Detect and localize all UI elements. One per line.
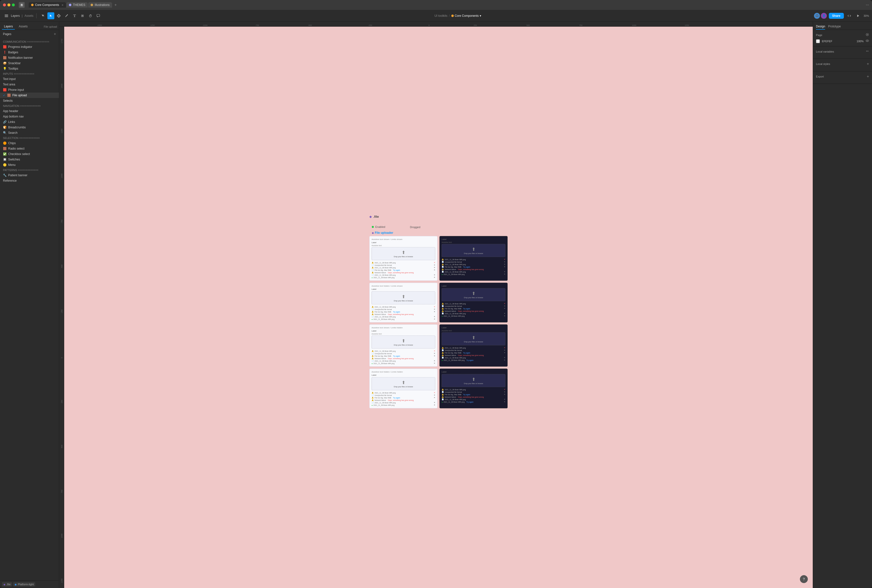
close-button[interactable] [3,3,6,6]
f5d3[interactable]: ✕ [434,360,435,362]
local-variables-icon[interactable] [866,50,869,54]
drop-zone-4-dark[interactable]: ⬆ Drop your files or browse [442,288,505,301]
f8d1[interactable]: ✕ [504,391,505,393]
try-again-4[interactable]: Try again [463,308,470,309]
tab-themes[interactable]: THEMES [66,2,88,8]
file-d-delete-2[interactable]: ✕ [504,263,505,266]
f7d1[interactable]: ✕ [434,394,435,396]
page-item-reference[interactable]: Reference [0,178,59,183]
layers-tab-button[interactable] [3,12,10,19]
page-item-chips[interactable]: 🟠 Chips [0,141,59,146]
move-tool-button[interactable] [39,12,47,19]
assets-label[interactable]: Assets [24,14,33,18]
file-delete-4[interactable]: ✕ [434,274,435,276]
code-view-button[interactable] [846,12,853,19]
drop-zone-7[interactable]: ⬆ Drop your files or browse [372,377,435,390]
more-options-icon[interactable]: ··· [866,3,869,7]
zoom-label[interactable]: 30% [864,14,869,17]
try-again-3[interactable]: Try again [393,311,400,313]
bottom-tab-file[interactable]: ◆ .file [2,582,12,586]
try-again-5[interactable]: Try again [393,355,400,357]
page-item-snackbar[interactable]: 🥪 Snackbar [0,60,59,66]
file-d-delete-4[interactable]: ✕ [504,271,505,273]
text-tool-button[interactable] [71,12,78,19]
add-tab-button[interactable]: + [113,2,119,8]
f4d2[interactable]: ✕ [504,308,505,309]
minimize-button[interactable] [8,3,11,6]
f5d4[interactable]: ✕ [434,362,435,364]
play-button[interactable] [855,12,861,19]
f7d2[interactable]: ✕ [434,397,435,399]
try-again-1[interactable]: Try again [393,269,400,271]
share-button[interactable]: Share [829,13,844,19]
file-delete-1[interactable]: ✕ [434,264,435,266]
f4d3[interactable]: ✕ [504,312,505,315]
pen-tool-button[interactable] [63,12,70,19]
component-tool-button[interactable] [79,12,86,19]
layers-label[interactable]: Layers [11,14,20,18]
page-settings-icon[interactable] [866,33,869,37]
help-button[interactable]: ? [800,575,808,583]
add-local-style-button[interactable]: + [867,62,869,66]
page-item-links[interactable]: 🔗 Links [0,119,59,124]
drop-zone-1[interactable]: ⬆ Drop your files or browse [372,247,435,260]
assets-tab[interactable]: Assets [17,24,30,30]
comment-tool-button[interactable] [95,12,102,19]
f6d1[interactable]: ✕ [504,349,505,351]
f5d1[interactable]: ✕ [434,352,435,354]
tab-core-components[interactable]: Core Components ✕ [29,2,66,8]
breadcrumb-part1[interactable]: UI toolkits [435,14,447,18]
page-item-text-input[interactable]: Text input [0,76,59,82]
page-item-app-header[interactable]: App header [0,108,59,114]
file-upload-link[interactable]: File upload [44,25,57,28]
page-item-file-upload[interactable]: ✓ 🟫 File upload [0,93,59,98]
f4d1[interactable]: ✕ [504,305,505,307]
f3d3[interactable]: ✕ [434,316,435,318]
f8d4[interactable]: ✕ [504,401,505,403]
try-again-8[interactable]: Try again [463,394,470,396]
frame-tool-button[interactable] [55,12,62,19]
page-item-tooltips[interactable]: 💡 Tooltips [0,66,59,71]
page-item-menu[interactable]: 🟡 Menu [0,162,59,168]
hand-tool-button[interactable] [87,12,94,19]
try-again-7[interactable]: Try again [393,397,400,399]
select-tool-button[interactable] [47,12,54,19]
file-delete-5[interactable]: ✕ [434,276,435,279]
file-d-delete-5[interactable]: ✕ [504,273,505,275]
drop-zone-5[interactable]: ⬆ Drop your files or browse [372,336,435,348]
page-item-patient-banner[interactable]: 🔧 Patient banner [0,172,59,178]
page-item-text-area[interactable]: Text area [0,82,59,87]
layers-tab[interactable]: Layers [2,24,15,30]
page-visibility-icon[interactable] [866,39,869,43]
page-item-radio-select[interactable]: 🟫 Radio select [0,146,59,152]
page-item-phone-input[interactable]: 🟥 Phone input [0,87,59,93]
try-again-d-1[interactable]: Try again [463,266,470,268]
drop-zone-8-dark[interactable]: ⬆ Drop your files or browse [442,374,505,387]
page-item-selects[interactable]: Selects [0,98,59,104]
page-item-app-bottom-nav[interactable]: App bottom nav [0,114,59,119]
f8d2[interactable]: ✕ [504,393,505,396]
drop-zone-3[interactable]: ⬆ Drop your files or browse [372,291,435,304]
design-tab[interactable]: Design [816,24,825,30]
f3d4[interactable]: ✕ [434,318,435,320]
page-item-switches[interactable]: 🔲 Switches [0,157,59,162]
f7d4[interactable]: ✕ [434,404,435,406]
add-page-button[interactable]: + [54,32,56,36]
file-d-delete-1[interactable]: ✕ [504,261,505,263]
f3d2[interactable]: ✕ [434,311,435,313]
f6d4[interactable]: ✕ [504,359,505,361]
try-again-6[interactable]: Try again [463,352,470,354]
page-item-badges[interactable]: ❗ Badges [0,50,59,55]
bottom-tab-platform[interactable]: ◉ Platform-light [13,582,35,586]
f3d1[interactable]: ✕ [434,308,435,310]
drop-zone-6-dark[interactable]: ⬆ Drop your files or browse [442,332,505,345]
try-again-6b[interactable]: Try again [466,359,474,361]
tab-close-core[interactable]: ✕ [62,4,63,6]
try-again-8b[interactable]: Try again [466,401,474,403]
prototype-tab[interactable]: Prototype [828,24,840,30]
drop-zone-2-dark[interactable]: ⬆ Drop your files or browse [442,244,505,257]
f7d3[interactable]: ✕ [434,402,435,404]
home-button[interactable] [19,2,25,8]
file-delete-2[interactable]: ✕ [434,267,435,268]
page-item-search[interactable]: 🔍 Search [0,130,59,135]
